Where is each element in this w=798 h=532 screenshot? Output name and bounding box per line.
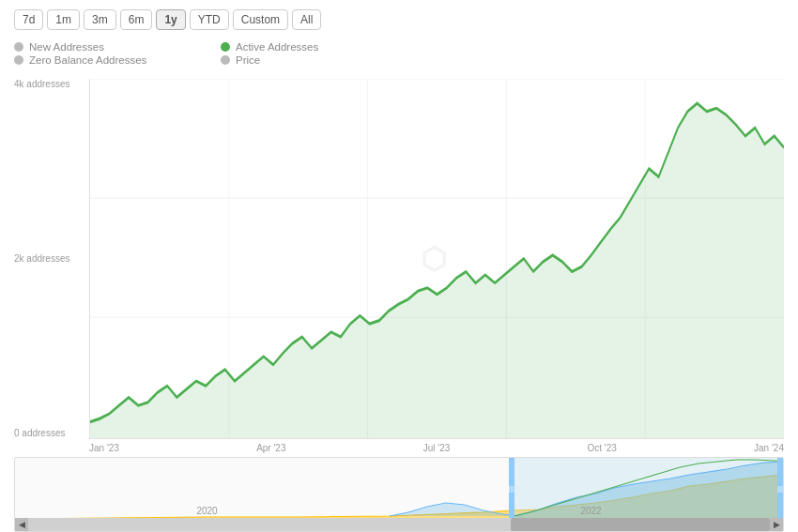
legend-dot: [221, 42, 230, 52]
main-chart: ⬡: [89, 79, 784, 439]
nav-scroll-bar: ◀ ▶: [15, 518, 783, 531]
nav-scroll-thumb[interactable]: [511, 518, 771, 531]
time-btn-custom[interactable]: Custom: [233, 9, 288, 30]
legend-label: Zero Balance Addresses: [29, 54, 146, 66]
legend-item: Zero Balance Addresses: [14, 54, 202, 66]
x-axis-label: Apr '23: [256, 443, 285, 453]
x-axis-label: Oct '23: [587, 443, 616, 453]
time-btn-6m[interactable]: 6m: [120, 9, 153, 30]
nav-year-2022: 2022: [580, 506, 601, 516]
nav-year-labels: 2020 2022: [15, 506, 783, 516]
time-btn-7d[interactable]: 7d: [14, 9, 43, 30]
time-btn-3m[interactable]: 3m: [84, 9, 116, 30]
nav-scroll-left-btn[interactable]: ◀: [15, 518, 28, 531]
y-axis-label: 2k addresses: [14, 253, 69, 264]
y-axis-label: 0 addresses: [14, 428, 65, 438]
legend-dot: [14, 55, 23, 65]
time-range-buttons: 7d1m3m6m1yYTDCustomAll: [14, 9, 784, 30]
nav-scroll-track[interactable]: [28, 518, 770, 531]
time-btn-1y[interactable]: 1y: [156, 9, 185, 30]
navigator[interactable]: ||| ||| 2020 2022 ◀ ▶: [14, 457, 784, 532]
legend-item: Price: [221, 54, 408, 66]
x-axis-label: Jan '23: [89, 443, 119, 453]
legend-item: New Addresses: [14, 41, 202, 53]
x-axis: Jan '23Apr '23Jul '23Oct '23Jan '24: [89, 439, 784, 455]
chart-svg: [90, 79, 784, 438]
legend-dot: [221, 55, 230, 65]
legend-label: Price: [236, 54, 260, 66]
y-axis: 4k addresses2k addresses0 addresses: [14, 79, 89, 455]
legend-label: Active Addresses: [236, 41, 318, 53]
legend-item: Active Addresses: [221, 41, 408, 53]
legend-dot: [14, 42, 23, 52]
nav-year-2020: 2020: [196, 506, 217, 516]
nav-scroll-right-btn[interactable]: ▶: [770, 518, 783, 531]
x-axis-label: Jul '23: [423, 443, 451, 453]
time-btn-1m[interactable]: 1m: [47, 9, 80, 30]
time-btn-ytd[interactable]: YTD: [190, 9, 229, 30]
legend-label: New Addresses: [29, 41, 104, 53]
chart-and-x: ⬡: [89, 79, 784, 455]
time-btn-all[interactable]: All: [292, 9, 321, 30]
y-axis-label: 4k addresses: [14, 79, 69, 89]
main-chart-area: 4k addresses2k addresses0 addresses ⬡: [14, 79, 784, 455]
chart-legend: New AddressesActive AddressesZero Balanc…: [14, 41, 408, 66]
x-axis-label: Jan '24: [754, 443, 784, 453]
main-container: 7d1m3m6m1yYTDCustomAll New AddressesActi…: [0, 0, 798, 532]
